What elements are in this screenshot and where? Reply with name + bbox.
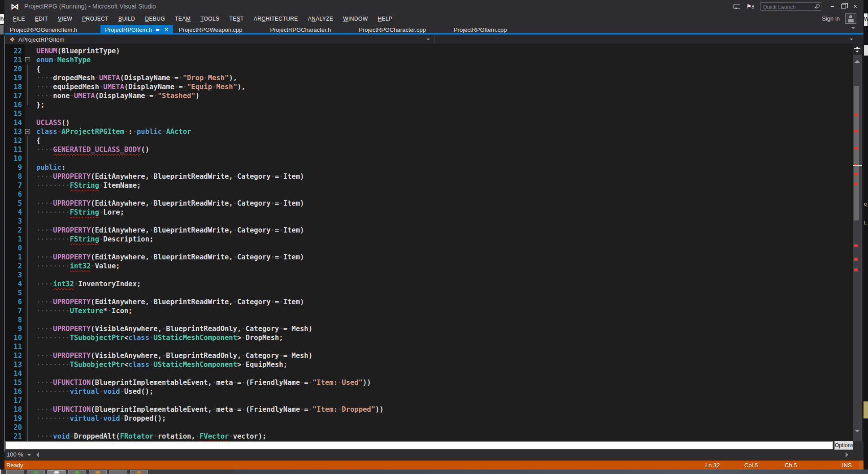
code-line[interactable]: 3 — [5, 271, 864, 280]
taskbar-app-icon[interactable] — [68, 470, 86, 474]
collapse-region-icon[interactable]: − — [25, 129, 30, 134]
editor-zoom-control[interactable]: 100 % — [7, 451, 23, 458]
menu-test[interactable]: TEST — [225, 13, 249, 25]
tab-projectrpgitem-cpp[interactable]: ProjectRPGItem.cpp — [449, 25, 512, 34]
menu-build[interactable]: BUILD — [113, 13, 140, 25]
code-line[interactable]: 1····UPROPERTY(EditAnywhere,·BlueprintRe… — [5, 253, 864, 262]
scroll-down-arrow-icon[interactable] — [855, 430, 860, 435]
code-line[interactable]: 2········int32·Value; — [5, 262, 864, 271]
code-line[interactable]: 19········virtual·void·Dropped(); — [5, 414, 864, 423]
vertical-scrollbar[interactable] — [853, 43, 862, 441]
tab-overflow-chevron-icon[interactable] — [851, 27, 855, 31]
tab-projectrpgcharacter-cpp[interactable]: ProjectRPGCharacter.cpp — [354, 25, 430, 34]
taskbar-app-icon[interactable] — [89, 470, 107, 474]
code-line[interactable]: 9public: — [5, 163, 864, 172]
editor-split-handle-icon[interactable] — [853, 43, 862, 55]
notifications-flag-icon[interactable]: ⚑8 — [746, 3, 755, 10]
menu-view[interactable]: VIEW — [53, 13, 77, 25]
code-line[interactable]: 4····int32·InventoryIndex; — [5, 280, 864, 289]
code-line[interactable]: 11····GENERATED_UCLASS_BODY() — [5, 145, 864, 154]
pin-icon[interactable] — [156, 27, 161, 32]
code-line[interactable]: 18····UFUNCTION(BlueprintImplementableEv… — [5, 405, 864, 414]
feedback-icon[interactable] — [733, 4, 740, 9]
code-line[interactable]: 3 — [5, 217, 864, 226]
minimize-button[interactable]: – — [830, 3, 834, 9]
taskbar-app-icon[interactable] — [27, 470, 45, 474]
code-line[interactable]: 14UCLASS() — [5, 118, 864, 127]
scroll-right-arrow-icon[interactable] — [846, 452, 848, 457]
class-dropdown[interactable]: AProjectRPGItem — [18, 36, 65, 43]
code-line[interactable]: 6 — [5, 190, 864, 199]
menu-edit[interactable]: EDIT — [30, 13, 53, 25]
tab-projectrpgcharacter-h[interactable]: ProjectRPGCharacter.h — [266, 25, 336, 34]
code-line[interactable]: 20 — [5, 423, 864, 432]
menu-project[interactable]: PROJECT — [77, 13, 113, 25]
code-line[interactable]: 8····UPROPERTY(EditAnywhere,·BlueprintRe… — [5, 172, 864, 181]
code-line[interactable]: 14 — [5, 369, 864, 378]
code-line[interactable]: 10 — [5, 154, 864, 163]
tab-projectrpgweapon-cpp[interactable]: ProjectRPGWeapon.cpp — [174, 25, 247, 34]
zoom-dropdown-chevron-icon[interactable] — [27, 454, 31, 458]
code-line[interactable]: 7········UTexture*·Icon; — [5, 306, 864, 315]
scroll-up-arrow-icon[interactable] — [855, 57, 860, 63]
restore-button[interactable] — [841, 4, 846, 9]
quick-launch-input[interactable] — [761, 3, 811, 11]
code-line[interactable]: 9····UPROPERTY(VisibleAnywhere,·Blueprin… — [5, 324, 864, 333]
code-line[interactable]: 1········FString·Description; — [5, 235, 864, 244]
menu-analyze[interactable]: ANALYZE — [303, 13, 339, 25]
menu-tools[interactable]: TOOLS — [195, 13, 224, 25]
code-line[interactable]: 18····equipedMesh·UMETA(DisplayName·=·"E… — [5, 82, 864, 91]
user-avatar[interactable] — [845, 13, 856, 24]
menu-file[interactable]: FILE — [8, 13, 30, 25]
menu-help[interactable]: HELP — [373, 13, 397, 25]
code-line[interactable]: 8 — [5, 315, 864, 324]
code-line[interactable]: 12····UPROPERTY(VisibleAnywhere,·Bluepri… — [5, 351, 864, 360]
class-dropdown-chevron-icon[interactable] — [426, 39, 430, 42]
code-line[interactable]: 6····UPROPERTY(EditAnywhere,·BlueprintRe… — [5, 297, 864, 306]
find-input-bar[interactable] — [5, 441, 833, 449]
quick-launch-box[interactable] — [760, 2, 821, 11]
scroll-left-arrow-icon[interactable] — [36, 452, 39, 457]
code-editor[interactable]: 22UENUM(BlueprintType)21−enum·MeshType20… — [5, 44, 864, 441]
code-line[interactable]: 21−enum·MeshType — [5, 56, 864, 65]
code-line[interactable]: 20{ — [5, 65, 864, 73]
collapse-region-icon[interactable]: − — [25, 57, 30, 62]
code-line[interactable]: 4········FString·Lore; — [5, 208, 864, 217]
menu-team[interactable]: TEAM — [170, 13, 195, 25]
code-line[interactable]: 11 — [5, 342, 864, 351]
code-line[interactable]: 17 — [5, 396, 864, 405]
code-line[interactable]: 2····UPROPERTY(EditAnywhere,·BlueprintRe… — [5, 226, 864, 235]
code-line[interactable]: 7········FString·ItemName; — [5, 181, 864, 190]
member-dropdown-chevron-icon[interactable] — [850, 39, 853, 42]
code-line[interactable]: 22UENUM(BlueprintType) — [5, 47, 864, 56]
menu-window[interactable]: WINDOW — [338, 13, 373, 25]
code-line[interactable]: 15····UFUNCTION(BlueprintImplementableEv… — [5, 378, 864, 387]
close-tab-icon[interactable]: ✕ — [164, 27, 169, 32]
code-line[interactable]: 13········TSubobjectPtr<class·UStaticMes… — [5, 360, 864, 369]
code-line[interactable]: 15 — [5, 109, 864, 118]
code-line[interactable]: 13−class·AProjectRPGItem·:·public·AActor — [5, 127, 864, 136]
menu-architecture[interactable]: ARCHITECTURE — [249, 13, 303, 25]
code-line[interactable]: 21····void·DroppedAlt(FRotator·rotation,… — [5, 432, 864, 441]
close-button[interactable]: × — [853, 3, 857, 9]
code-line[interactable]: 17····none·UMETA(DisplayName·=·"Stashed"… — [5, 91, 864, 100]
scrollbar-thumb[interactable] — [854, 86, 859, 220]
sign-in-link[interactable]: Sign in — [822, 15, 840, 22]
taskbar-app-icon[interactable] — [48, 470, 65, 474]
taskbar-app-icon[interactable] — [130, 470, 148, 474]
tab-projectrpggenericitem-h[interactable]: ProjectRPGGenericItem.h — [5, 25, 82, 34]
code-line[interactable]: 10········TSubobjectPtr<class·UStaticMes… — [5, 333, 864, 342]
menu-debug[interactable]: DEBUG — [140, 13, 170, 25]
tab-projectrpgitem-h[interactable]: ProjectRPGItem.h✕ — [100, 25, 173, 34]
code-line[interactable]: 12{ — [5, 136, 864, 145]
options-button[interactable]: Options — [834, 441, 853, 450]
taskbar-app-icon[interactable] — [6, 470, 24, 474]
find-input[interactable] — [6, 443, 833, 450]
code-line[interactable]: 16········virtual·void·Used(); — [5, 387, 864, 396]
code-line[interactable]: 5 — [5, 289, 864, 297]
code-line[interactable]: 5····UPROPERTY(EditAnywhere,·BlueprintRe… — [5, 199, 864, 208]
code-line[interactable]: 0 — [5, 244, 864, 253]
code-line[interactable]: 19····dropedMesh·UMETA(DisplayName·=·"Dr… — [5, 73, 864, 82]
code-line[interactable]: 16}; — [5, 100, 864, 109]
taskbar-app-icon[interactable] — [109, 470, 127, 474]
